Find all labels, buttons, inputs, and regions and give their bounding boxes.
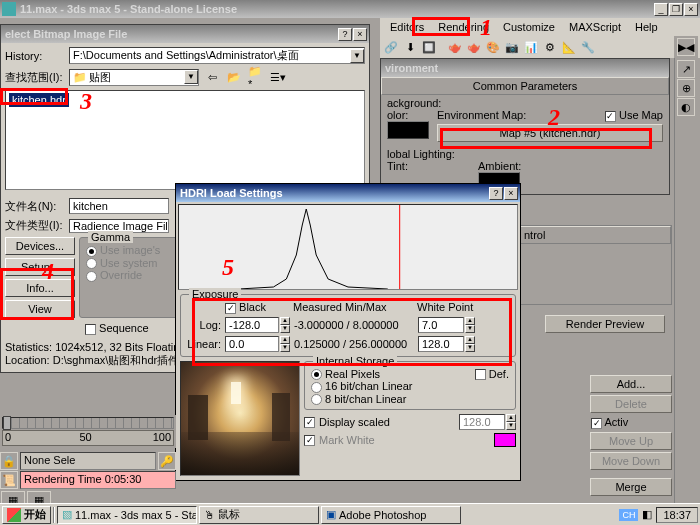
panel-tab-icon[interactable]: ◐ xyxy=(677,98,695,116)
color-label: olor: xyxy=(387,109,429,121)
annotation-2: 2 xyxy=(548,104,560,131)
help-button[interactable]: ? xyxy=(489,187,503,200)
tool-icon[interactable]: 🔧 xyxy=(579,38,597,56)
timeline-track[interactable] xyxy=(2,417,174,429)
ambient-label: Ambient: xyxy=(478,160,521,172)
minimize-button[interactable]: _ xyxy=(654,3,668,16)
tool-icon[interactable]: ⬇ xyxy=(401,38,419,56)
panel-tab-icon[interactable]: ⊕ xyxy=(677,79,695,97)
tool-icon[interactable]: 📊 xyxy=(522,38,540,56)
render-time-status: Rendering Time 0:05:30 xyxy=(20,471,176,489)
timeline-ruler[interactable]: 0 50 100 xyxy=(2,430,174,446)
up-icon[interactable]: 📂 xyxy=(225,68,243,86)
gamma-override-radio[interactable] xyxy=(86,271,97,282)
tool-icon[interactable]: 🔗 xyxy=(382,38,400,56)
annotation-4: 4 xyxy=(42,258,54,285)
tool-icon[interactable]: 📷 xyxy=(503,38,521,56)
lock-icon[interactable]: 🔒 xyxy=(0,452,18,470)
taskbar: 开始 ▧11.max - 3ds max 5 - Sta... 🖱鼠标 ▣Ado… xyxy=(0,503,700,525)
annotation-3: 3 xyxy=(80,88,92,115)
taskbar-item[interactable]: 🖱鼠标 xyxy=(199,506,319,524)
command-panel: ↗ ⊕ ◐ xyxy=(674,58,700,503)
add-button[interactable]: Add... xyxy=(590,375,672,393)
back-icon[interactable]: ⇦ xyxy=(203,68,221,86)
common-params-header[interactable]: Common Parameters xyxy=(381,77,669,95)
sequence-checkbox[interactable] xyxy=(85,324,96,335)
menu-maxscript[interactable]: MAXScript xyxy=(563,20,627,34)
background-label: ackground: xyxy=(387,97,663,109)
panel-tab-icon[interactable]: ↗ xyxy=(677,60,695,78)
globlight-label: lobal Lighting: xyxy=(387,148,663,160)
envmap-label: Environment Map: xyxy=(437,109,526,122)
app-title: 11.max - 3ds max 5 - Stand-alone License xyxy=(18,3,654,15)
gamma-system-radio[interactable] xyxy=(86,258,97,269)
history-label: History: xyxy=(5,50,65,62)
display-scaled-checkbox[interactable]: ✓ xyxy=(304,417,315,428)
app-titlebar: 11.max - 3ds max 5 - Stand-alone License… xyxy=(0,0,700,18)
tray-icon[interactable]: ◧ xyxy=(640,508,654,522)
tool-icon[interactable]: ⚙ xyxy=(541,38,559,56)
ime-indicator[interactable]: CH xyxy=(619,509,638,521)
mark-white-color[interactable] xyxy=(494,433,516,447)
mark-white-checkbox[interactable]: ✓ xyxy=(304,435,315,446)
start-button[interactable]: 开始 xyxy=(2,506,51,524)
annotation-box-4 xyxy=(0,268,74,320)
lookin-label: 查找范围(I): xyxy=(5,70,65,85)
history-dropdown[interactable]: F:\Documents and Settings\Administrator\… xyxy=(69,47,365,64)
gamma-group-label: Gamma xyxy=(88,231,133,243)
tool-icon[interactable]: 📐 xyxy=(560,38,578,56)
display-scaled-input[interactable] xyxy=(459,414,505,430)
tool-teapot-icon[interactable]: 🫖 xyxy=(465,38,483,56)
hdri-titlebar: HDRI Load Settings ? × xyxy=(176,184,520,202)
close-button[interactable]: × xyxy=(504,187,518,200)
filename-input[interactable] xyxy=(69,198,169,214)
filename-label: 文件名(N): xyxy=(5,199,65,214)
help-button[interactable]: ? xyxy=(338,28,352,41)
env-titlebar: vironment xyxy=(381,59,669,77)
activ-checkbox[interactable]: ✓ xyxy=(591,418,602,429)
filetype-label: 文件类型(I): xyxy=(5,218,65,233)
lookin-dropdown[interactable]: 📁贴图▼ xyxy=(69,69,199,86)
close-button[interactable]: × xyxy=(353,28,367,41)
key-icon[interactable]: 🔑 xyxy=(158,452,176,470)
clock[interactable]: 18:37 xyxy=(656,507,698,523)
selection-status: None Sele xyxy=(20,452,156,470)
8bit-radio[interactable] xyxy=(311,394,322,405)
close-button[interactable]: × xyxy=(684,3,698,16)
annotation-box-3 xyxy=(0,88,68,105)
16bit-radio[interactable] xyxy=(311,382,322,393)
newfolder-icon[interactable]: 📁* xyxy=(247,68,265,86)
file-list[interactable]: kitchen.hdr xyxy=(5,90,365,190)
usemap-checkbox[interactable]: ✓ xyxy=(605,111,616,122)
viewmode-icon[interactable]: ☰▾ xyxy=(269,68,287,86)
script-icon[interactable]: 📜 xyxy=(0,471,18,489)
menu-help[interactable]: Help xyxy=(629,20,664,34)
moveup-button[interactable]: Move Up xyxy=(590,432,672,450)
annotation-box-1 xyxy=(412,17,470,36)
merge-button[interactable]: Merge xyxy=(590,478,672,496)
file-dialog-titlebar: elect Bitmap Image File ? × xyxy=(1,25,369,43)
file-dialog-title: elect Bitmap Image File xyxy=(3,28,338,40)
annotation-5: 5 xyxy=(222,254,234,281)
tint-label: Tint: xyxy=(387,160,408,172)
taskbar-item[interactable]: ▣Adobe Photoshop xyxy=(321,506,461,524)
def-checkbox[interactable] xyxy=(475,369,486,380)
taskbar-item[interactable]: ▧11.max - 3ds max 5 - Sta... xyxy=(57,506,197,524)
annotation-box-5 xyxy=(192,298,512,366)
hdri-preview xyxy=(180,361,300,476)
movedown-button[interactable]: Move Down xyxy=(590,452,672,470)
gamma-image-radio[interactable] xyxy=(86,246,97,257)
devices-button[interactable]: Devices... xyxy=(5,237,75,255)
bg-color-swatch[interactable] xyxy=(387,121,429,139)
maximize-button[interactable]: ❐ xyxy=(669,3,683,16)
menu-customize[interactable]: Customize xyxy=(497,20,561,34)
tool-icon[interactable]: 🎨 xyxy=(484,38,502,56)
environment-panel: vironment Common Parameters ackground: o… xyxy=(380,58,670,195)
tool-icon[interactable]: 🔲 xyxy=(420,38,438,56)
panel-toggle-icon[interactable]: ▶◀ xyxy=(677,38,695,56)
delete-button[interactable]: Delete xyxy=(590,395,672,413)
tool-teapot-icon[interactable]: 🫖 xyxy=(446,38,464,56)
control-panel: ntrol xyxy=(518,225,672,305)
real-pixels-radio[interactable] xyxy=(311,369,322,380)
render-preview-button[interactable]: Render Preview xyxy=(545,315,665,333)
